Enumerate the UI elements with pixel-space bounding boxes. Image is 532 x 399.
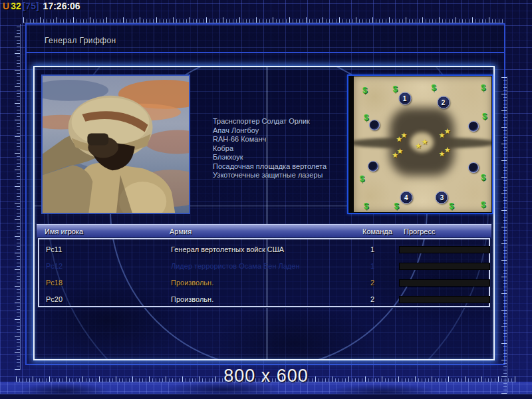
load-screen: U32[75]17:26:06 Генерал Гриффон — [0, 0, 532, 399]
player-army: Произвольн. — [171, 291, 213, 308]
ruler-top — [23, 17, 503, 23]
oil-derrick-icon — [368, 161, 378, 172]
money-spot-icon: $ — [482, 111, 487, 121]
progress-bar — [399, 296, 490, 303]
money-spot-icon: $ — [394, 200, 399, 210]
table-row: Pc20 Произвольн. 2 — [39, 291, 489, 308]
minimap: $$$$$$$$$$$$★★★★★★★★★★1234 — [347, 74, 493, 214]
unit-item: Апач Лонгбоу — [213, 126, 346, 136]
column-header-army: Армия — [170, 227, 192, 235]
money-spot-icon: $ — [449, 200, 454, 210]
player-army: Генерал вертолетных войск США — [171, 241, 284, 258]
progress-bar — [399, 279, 490, 287]
player-team: 2 — [364, 291, 380, 308]
table-row: Pc12 Лидер террористов Осама Бен Ладен 1 — [39, 258, 489, 275]
money-spot-icon: $ — [481, 82, 485, 92]
unit-item: RAH-66 Команч — [213, 135, 346, 144]
player-team: 1 — [364, 258, 380, 275]
table-row: Pc18 Произвольн. 2 — [39, 275, 489, 291]
unit-item: Траснспортер Солдат Орлик — [213, 117, 346, 126]
clock: 17:26:06 — [43, 1, 80, 11]
page-title: Генерал Гриффон — [45, 36, 116, 45]
start-position-marker-1: 1 — [398, 92, 411, 104]
column-header-team: Команда — [362, 227, 392, 235]
money-spot-icon: $ — [481, 172, 485, 182]
money-spot-icon: $ — [360, 174, 364, 184]
player-army: Лидер террористов Осама Бен Ладен — [171, 258, 299, 275]
table-row: Pc11 Генерал вертолетных войск США 1 — [39, 241, 489, 258]
column-header-player: Имя игрока — [45, 227, 83, 235]
ruler-left — [15, 24, 21, 370]
column-header-progress: Прогресс — [404, 227, 435, 235]
general-portrait-image — [43, 76, 189, 213]
tech-star-icon: ★ — [444, 146, 451, 154]
player-table: Pc11 Генерал вертолетных войск США 1 Pc1… — [38, 238, 490, 307]
unit-item: Посадочная площадка вертолета — [213, 162, 346, 172]
unit-list: Траснспортер Солдат Орлик Апач Лонгбоу R… — [213, 117, 346, 180]
progress-bar — [399, 246, 490, 253]
status-bar: U32[75]17:26:06 — [3, 1, 82, 11]
general-portrait — [41, 74, 190, 214]
player-name: Pc18 — [46, 275, 63, 291]
minimap-terrain: $$$$$$$$$$$$★★★★★★★★★★1234 — [354, 76, 491, 212]
start-position-marker-3: 3 — [436, 191, 448, 203]
money-spot-icon: $ — [392, 84, 397, 94]
player-team: 1 — [364, 241, 380, 258]
money-spot-icon: $ — [364, 112, 368, 122]
resolution-label: 532 x 399 — [0, 366, 532, 386]
tech-star-icon: ★ — [444, 126, 451, 135]
money-spot-icon: $ — [364, 200, 368, 210]
player-name: Pc11 — [46, 241, 62, 258]
oil-derrick-icon — [468, 121, 479, 132]
unit-item: Кобра — [213, 144, 346, 154]
unit-item: Узкоточечные защитные лазеры — [213, 171, 346, 180]
player-team: 2 — [364, 275, 380, 291]
fps-counter: 32 — [11, 1, 21, 11]
tech-star-icon: ★ — [422, 137, 428, 146]
player-name: Pc12 — [46, 258, 63, 275]
tech-star-icon: ★ — [401, 130, 408, 139]
oil-derrick-icon — [369, 120, 380, 130]
unit-item: Блэкхоук — [213, 153, 346, 162]
ruler-right — [501, 76, 507, 394]
progress-bar — [399, 263, 490, 270]
start-position-marker-2: 2 — [437, 96, 450, 108]
tech-star-icon: ★ — [396, 147, 403, 156]
oil-derrick-icon — [468, 162, 479, 173]
player-army: Произвольн. — [171, 275, 213, 291]
money-spot-icon: $ — [362, 85, 367, 95]
title-separator — [27, 52, 504, 53]
money-spot-icon: $ — [431, 82, 436, 92]
money-spot-icon: $ — [481, 199, 485, 209]
player-name: Pc20 — [46, 291, 63, 308]
network-indicator: U — [3, 1, 9, 11]
start-position-marker-4: 4 — [400, 191, 412, 203]
latency-value: [75] — [23, 1, 39, 11]
reticle-vertical-line — [266, 67, 268, 360]
bottom-strip — [0, 394, 532, 399]
table-header: Имя игрока Армия Команда Прогресс — [37, 224, 491, 239]
